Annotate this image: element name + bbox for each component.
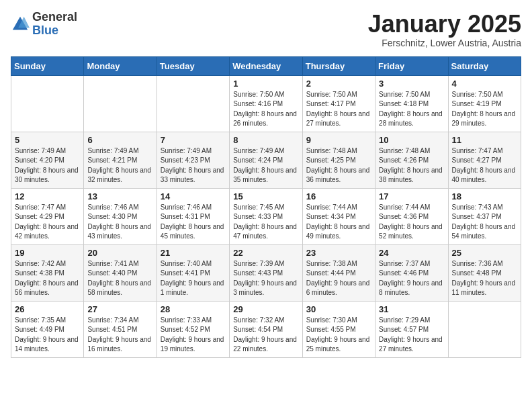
day-info: Sunrise: 7:29 AM Sunset: 4:57 PM Dayligh… bbox=[379, 316, 444, 355]
calendar-cell: 7Sunrise: 7:49 AM Sunset: 4:23 PM Daylig… bbox=[157, 132, 229, 188]
calendar-cell: 16Sunrise: 7:44 AM Sunset: 4:34 PM Dayli… bbox=[302, 188, 375, 244]
weekday-header-row: SundayMondayTuesdayWednesdayThursdayFrid… bbox=[11, 56, 521, 75]
day-number: 6 bbox=[87, 135, 152, 145]
day-info: Sunrise: 7:50 AM Sunset: 4:18 PM Dayligh… bbox=[379, 90, 444, 129]
day-info: Sunrise: 7:47 AM Sunset: 4:27 PM Dayligh… bbox=[452, 146, 517, 185]
day-info: Sunrise: 7:36 AM Sunset: 4:48 PM Dayligh… bbox=[452, 259, 517, 298]
day-number: 4 bbox=[452, 79, 517, 89]
day-info: Sunrise: 7:42 AM Sunset: 4:38 PM Dayligh… bbox=[15, 259, 80, 298]
calendar-cell bbox=[84, 75, 157, 132]
day-info: Sunrise: 7:47 AM Sunset: 4:29 PM Dayligh… bbox=[15, 203, 80, 242]
weekday-header-saturday: Saturday bbox=[448, 56, 521, 75]
day-number: 2 bbox=[306, 79, 371, 89]
day-info: Sunrise: 7:50 AM Sunset: 4:16 PM Dayligh… bbox=[233, 90, 298, 129]
calendar-cell: 15Sunrise: 7:45 AM Sunset: 4:33 PM Dayli… bbox=[230, 188, 302, 244]
day-info: Sunrise: 7:30 AM Sunset: 4:55 PM Dayligh… bbox=[306, 316, 371, 355]
day-info: Sunrise: 7:50 AM Sunset: 4:17 PM Dayligh… bbox=[306, 90, 371, 129]
calendar-cell: 1Sunrise: 7:50 AM Sunset: 4:16 PM Daylig… bbox=[230, 75, 302, 132]
day-info: Sunrise: 7:44 AM Sunset: 4:36 PM Dayligh… bbox=[379, 203, 444, 242]
calendar-cell: 31Sunrise: 7:29 AM Sunset: 4:57 PM Dayli… bbox=[375, 301, 448, 357]
day-info: Sunrise: 7:48 AM Sunset: 4:26 PM Dayligh… bbox=[379, 146, 444, 185]
day-number: 11 bbox=[452, 135, 517, 145]
calendar-cell: 3Sunrise: 7:50 AM Sunset: 4:18 PM Daylig… bbox=[375, 75, 448, 132]
day-number: 25 bbox=[452, 248, 517, 258]
day-info: Sunrise: 7:35 AM Sunset: 4:49 PM Dayligh… bbox=[15, 316, 80, 355]
day-info: Sunrise: 7:40 AM Sunset: 4:41 PM Dayligh… bbox=[161, 259, 226, 298]
calendar-cell: 14Sunrise: 7:46 AM Sunset: 4:31 PM Dayli… bbox=[157, 188, 229, 244]
calendar-cell: 2Sunrise: 7:50 AM Sunset: 4:17 PM Daylig… bbox=[302, 75, 375, 132]
calendar-cell: 8Sunrise: 7:49 AM Sunset: 4:24 PM Daylig… bbox=[230, 132, 302, 188]
day-info: Sunrise: 7:50 AM Sunset: 4:19 PM Dayligh… bbox=[452, 90, 517, 129]
calendar-cell: 4Sunrise: 7:50 AM Sunset: 4:19 PM Daylig… bbox=[448, 75, 521, 132]
calendar-cell: 20Sunrise: 7:41 AM Sunset: 4:40 PM Dayli… bbox=[84, 244, 157, 301]
calendar-cell: 12Sunrise: 7:47 AM Sunset: 4:29 PM Dayli… bbox=[11, 188, 84, 244]
weekday-header-tuesday: Tuesday bbox=[157, 56, 229, 75]
day-number: 26 bbox=[15, 304, 80, 314]
day-number: 9 bbox=[306, 135, 371, 145]
calendar-cell bbox=[448, 301, 521, 357]
day-info: Sunrise: 7:46 AM Sunset: 4:31 PM Dayligh… bbox=[161, 203, 226, 242]
day-number: 22 bbox=[233, 248, 298, 258]
day-info: Sunrise: 7:45 AM Sunset: 4:33 PM Dayligh… bbox=[233, 203, 298, 242]
calendar-cell: 25Sunrise: 7:36 AM Sunset: 4:48 PM Dayli… bbox=[448, 244, 521, 301]
calendar-cell: 21Sunrise: 7:40 AM Sunset: 4:41 PM Dayli… bbox=[157, 244, 229, 301]
weekday-header-friday: Friday bbox=[375, 56, 448, 75]
logo-text: General Blue bbox=[32, 11, 77, 38]
calendar-cell bbox=[157, 75, 229, 132]
calendar-week-row: 1Sunrise: 7:50 AM Sunset: 4:16 PM Daylig… bbox=[11, 75, 521, 132]
logo: General Blue bbox=[11, 11, 77, 38]
logo-blue-text: Blue bbox=[32, 24, 77, 38]
calendar-cell: 19Sunrise: 7:42 AM Sunset: 4:38 PM Dayli… bbox=[11, 244, 84, 301]
day-number: 20 bbox=[87, 248, 152, 258]
day-number: 3 bbox=[379, 79, 444, 89]
day-number: 21 bbox=[161, 248, 226, 258]
day-info: Sunrise: 7:49 AM Sunset: 4:23 PM Dayligh… bbox=[161, 146, 226, 185]
calendar-cell: 22Sunrise: 7:39 AM Sunset: 4:43 PM Dayli… bbox=[230, 244, 302, 301]
calendar-cell: 13Sunrise: 7:46 AM Sunset: 4:30 PM Dayli… bbox=[84, 188, 157, 244]
calendar-cell: 23Sunrise: 7:38 AM Sunset: 4:44 PM Dayli… bbox=[302, 244, 375, 301]
logo-general-text: General bbox=[32, 11, 77, 24]
calendar-week-row: 5Sunrise: 7:49 AM Sunset: 4:20 PM Daylig… bbox=[11, 132, 521, 188]
day-number: 27 bbox=[87, 304, 152, 314]
title-block: January 2025 Ferschnitz, Lower Austria, … bbox=[368, 11, 521, 48]
day-info: Sunrise: 7:49 AM Sunset: 4:20 PM Dayligh… bbox=[15, 146, 80, 185]
day-number: 13 bbox=[87, 191, 152, 201]
day-number: 1 bbox=[233, 79, 298, 89]
day-info: Sunrise: 7:33 AM Sunset: 4:52 PM Dayligh… bbox=[161, 316, 226, 355]
day-info: Sunrise: 7:49 AM Sunset: 4:21 PM Dayligh… bbox=[87, 146, 152, 185]
weekday-header-monday: Monday bbox=[84, 56, 157, 75]
month-title: January 2025 bbox=[368, 11, 521, 38]
calendar-cell: 6Sunrise: 7:49 AM Sunset: 4:21 PM Daylig… bbox=[84, 132, 157, 188]
calendar-cell: 29Sunrise: 7:32 AM Sunset: 4:54 PM Dayli… bbox=[230, 301, 302, 357]
day-number: 5 bbox=[15, 135, 80, 145]
calendar-table: SundayMondayTuesdayWednesdayThursdayFrid… bbox=[11, 56, 521, 358]
calendar-cell: 27Sunrise: 7:34 AM Sunset: 4:51 PM Dayli… bbox=[84, 301, 157, 357]
day-info: Sunrise: 7:37 AM Sunset: 4:46 PM Dayligh… bbox=[379, 259, 444, 298]
day-info: Sunrise: 7:32 AM Sunset: 4:54 PM Dayligh… bbox=[233, 316, 298, 355]
calendar-cell: 28Sunrise: 7:33 AM Sunset: 4:52 PM Dayli… bbox=[157, 301, 229, 357]
calendar-cell: 17Sunrise: 7:44 AM Sunset: 4:36 PM Dayli… bbox=[375, 188, 448, 244]
page-header: General Blue January 2025 Ferschnitz, Lo… bbox=[11, 11, 521, 48]
logo-icon bbox=[11, 15, 30, 34]
calendar-week-row: 19Sunrise: 7:42 AM Sunset: 4:38 PM Dayli… bbox=[11, 244, 521, 301]
calendar-cell: 26Sunrise: 7:35 AM Sunset: 4:49 PM Dayli… bbox=[11, 301, 84, 357]
calendar-cell: 30Sunrise: 7:30 AM Sunset: 4:55 PM Dayli… bbox=[302, 301, 375, 357]
calendar-week-row: 26Sunrise: 7:35 AM Sunset: 4:49 PM Dayli… bbox=[11, 301, 521, 357]
calendar-week-row: 12Sunrise: 7:47 AM Sunset: 4:29 PM Dayli… bbox=[11, 188, 521, 244]
day-info: Sunrise: 7:39 AM Sunset: 4:43 PM Dayligh… bbox=[233, 259, 298, 298]
day-number: 18 bbox=[452, 191, 517, 201]
day-info: Sunrise: 7:49 AM Sunset: 4:24 PM Dayligh… bbox=[233, 146, 298, 185]
day-info: Sunrise: 7:38 AM Sunset: 4:44 PM Dayligh… bbox=[306, 259, 371, 298]
weekday-header-sunday: Sunday bbox=[11, 56, 84, 75]
calendar-cell: 10Sunrise: 7:48 AM Sunset: 4:26 PM Dayli… bbox=[375, 132, 448, 188]
day-number: 17 bbox=[379, 191, 444, 201]
day-number: 19 bbox=[15, 248, 80, 258]
day-number: 31 bbox=[379, 304, 444, 314]
day-number: 8 bbox=[233, 135, 298, 145]
day-number: 29 bbox=[233, 304, 298, 314]
calendar-cell bbox=[11, 75, 84, 132]
day-number: 15 bbox=[233, 191, 298, 201]
calendar-cell: 11Sunrise: 7:47 AM Sunset: 4:27 PM Dayli… bbox=[448, 132, 521, 188]
day-info: Sunrise: 7:34 AM Sunset: 4:51 PM Dayligh… bbox=[87, 316, 152, 355]
day-number: 12 bbox=[15, 191, 80, 201]
